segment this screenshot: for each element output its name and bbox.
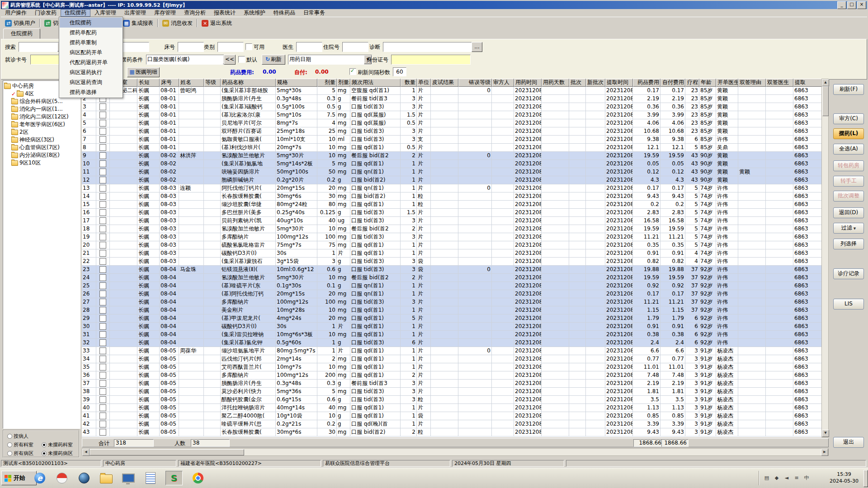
cell-check[interactable] <box>96 184 110 192</box>
column-header-error-level[interactable]: 错误等级 <box>458 79 492 87</box>
menubar-item-11[interactable]: 日常事务 <box>299 9 329 17</box>
all-wards-radio[interactable]: 所有病区 <box>7 450 33 457</box>
row-checkbox[interactable] <box>99 185 106 192</box>
cell-check[interactable] <box>96 111 110 119</box>
table-row[interactable]: 21长嘱08-03碳酸钙D3片(Ⅰ)30s1片口服 qd(首1)1片202312… <box>82 249 821 258</box>
column-header-extract-time[interactable]: 提取时间 <box>605 79 633 87</box>
cell-check[interactable] <box>96 127 110 136</box>
cell-check[interactable] <box>96 380 110 388</box>
column-header-order-type[interactable]: 长短 <box>137 79 160 87</box>
menubar-item-5[interactable]: 出库管理 <box>120 9 150 17</box>
treatment-record-button[interactable]: 诊疗记录 <box>833 268 864 279</box>
cell-check[interactable] <box>96 404 110 412</box>
card-input[interactable] <box>30 55 61 65</box>
cell-check[interactable] <box>96 160 110 168</box>
cell-check[interactable] <box>96 347 110 355</box>
toolbar-button-switch-user[interactable]: ⇄切换用户 <box>3 19 38 28</box>
menubar-item-4[interactable]: 入库管理 <box>90 9 120 17</box>
horizontal-scrollbar[interactable]: ◀ ▶ <box>82 448 829 456</box>
column-header-frequency[interactable]: 频次用法 <box>350 79 401 87</box>
cell-check[interactable] <box>96 249 110 258</box>
available-checkbox[interactable] <box>245 43 252 50</box>
table-row[interactable]: 13长嘱08-03连颖阿托伐他汀钙片(20mg*15s20mg口服 qn(首1)… <box>82 184 821 192</box>
security-ball-icon[interactable] <box>53 471 71 485</box>
table-row[interactable]: 3长嘱08-01(集采)(基)碳酸钙0.5g*100s0.5g口服 tid(首3… <box>82 103 821 111</box>
row-checkbox[interactable] <box>99 372 106 379</box>
table-row[interactable]: 4长嘱08-01(基)比索洛尔(康5mg*10s7.5mg口服 qd(晨服)1.… <box>82 111 821 119</box>
default-checkbox[interactable] <box>238 56 245 63</box>
cell-check[interactable] <box>96 233 110 241</box>
row-checkbox[interactable] <box>99 315 106 322</box>
cell-check[interactable] <box>96 428 110 436</box>
table-row[interactable]: 8长嘱08-01(基)利伐沙班片(20mg*7s10mg口服 qd(首1)0.5… <box>82 144 821 152</box>
tree-item-7[interactable]: 神经病区(3区) <box>4 136 79 144</box>
minimize-button[interactable]: _ <box>837 1 846 9</box>
row-checkbox[interactable] <box>99 339 106 346</box>
cell-check[interactable] <box>96 290 110 298</box>
tree-item-4[interactable]: 消化内二病区(12区) <box>4 113 79 121</box>
refresh-filter-button[interactable]: ↻刷新 <box>262 55 285 65</box>
filter-button[interactable]: 过滤▼ <box>833 223 864 234</box>
cell-check[interactable] <box>96 306 110 314</box>
cell-check[interactable] <box>96 152 110 160</box>
table-row[interactable]: 36长嘱08-05多库酯钠片100mg*12s200mg口服 qd(首1)2片2… <box>82 371 821 380</box>
table-row[interactable]: 26长嘱08-04(基)阿托伐他汀钙20mg*15s20mg口服 qn(首1)1… <box>82 290 821 298</box>
cell-check[interactable] <box>96 371 110 380</box>
bed-input[interactable] <box>178 42 204 52</box>
column-header-patient-name[interactable]: 姓名 <box>179 79 204 87</box>
exit-button[interactable]: 退出 <box>833 437 864 448</box>
folder-icon[interactable] <box>98 471 115 485</box>
review-button[interactable]: 审方(C) <box>833 113 864 124</box>
column-select-button[interactable]: 列选择 <box>833 239 864 249</box>
column-header-med-days[interactable]: 用药天数 <box>542 79 569 87</box>
column-header-course[interactable]: 疗程 <box>685 79 699 87</box>
table-row[interactable]: 2长嘱08-01胰酶肠溶片(丹生0.3g*48s0.3g餐前服 tid(首33片… <box>82 95 821 103</box>
report-app-icon[interactable] <box>142 471 159 485</box>
cell-check[interactable] <box>96 314 110 323</box>
undispensed-depts-radio[interactable]: 未摆药科室 <box>42 441 73 448</box>
cell-check[interactable] <box>96 412 110 420</box>
display-tray-icon[interactable]: ▤ <box>763 474 771 482</box>
cell-check[interactable] <box>96 331 110 339</box>
usb-tray-icon[interactable]: ◆ <box>773 474 781 482</box>
diagnosis-more-button[interactable]: ... <box>472 42 482 52</box>
column-header-dose-unit[interactable]: 剂量单 <box>337 79 350 87</box>
row-checkbox[interactable] <box>99 323 106 330</box>
column-header-dual-sign-doctor[interactable]: 双签医生 <box>766 79 793 87</box>
interval-value[interactable]: 60 <box>393 67 406 76</box>
row-checkbox[interactable] <box>99 380 106 387</box>
row-checkbox[interactable] <box>99 169 106 175</box>
table-row[interactable]: 14长嘱08-03长春胺缓释胶囊(30mg*6s30mg口服 bid(首2)1粒… <box>82 192 821 201</box>
tree-item-5[interactable]: 老年医学病区(6区) <box>4 121 79 128</box>
filter-extra-input[interactable] <box>120 42 149 52</box>
row-checkbox[interactable] <box>99 225 106 232</box>
scroll-up-icon[interactable]: ▲ <box>822 79 829 86</box>
interval-checkbox[interactable] <box>349 68 356 75</box>
ie-icon[interactable]: e <box>31 471 48 485</box>
dropdown-menu-item-6[interactable]: 病区退药执行 <box>60 67 122 77</box>
menubar-item-2[interactable]: 门诊发药 <box>31 9 61 17</box>
row-checkbox[interactable] <box>99 112 106 118</box>
row-checkbox[interactable] <box>99 429 106 436</box>
column-header-batch[interactable]: 批次 <box>569 79 586 87</box>
cell-check[interactable] <box>96 363 110 371</box>
cell-check[interactable] <box>96 282 110 290</box>
table-row[interactable]: 16长嘱08-03多巴丝肼片(美多0.25g*40s0.125g口服 tid(首… <box>82 209 821 217</box>
column-header-spec[interactable]: 规格 <box>276 79 317 87</box>
cell-check[interactable] <box>96 323 110 331</box>
table-row[interactable]: 5长嘱08-01贝尼地平片(可尔8mg*7s4mg口服 qd(晨服)0.5片20… <box>82 119 821 127</box>
globe-icon[interactable] <box>75 471 93 485</box>
toolbar-button-integrated-report[interactable]: ▦集成报表 <box>121 19 156 28</box>
row-checkbox[interactable] <box>99 103 106 110</box>
table-row[interactable]: 29长嘱08-04(基)甲泼尼龙片(4mg*24s20mg口服 qd(首1)5片… <box>82 314 821 323</box>
toolbar-button-message[interactable]: ✉消息收发 <box>160 19 195 28</box>
table-row[interactable]: 20长嘱08-03硫酸氢氯吡格雷片75mg*7s75mg口服 qd(首1)1片2… <box>82 241 821 249</box>
maximize-button[interactable]: □ <box>847 1 856 9</box>
table-row[interactable]: 28长嘱08-04美金刚片10mg*28s10mg口服 qd(首1)1片2023… <box>82 306 821 314</box>
vertical-scroll-thumb[interactable] <box>822 86 829 116</box>
vertical-scrollbar[interactable]: ▲ ▼ <box>821 79 829 437</box>
table-row[interactable]: 24长嘱08-04氢溴酸加兰他敏片5mg*30片10mg餐后服 bid(首22片… <box>82 274 821 282</box>
cell-check[interactable] <box>96 136 110 144</box>
tree-item-2[interactable]: 综合外科病区(5... <box>4 98 79 105</box>
scroll-down-icon[interactable]: ▼ <box>822 430 829 437</box>
